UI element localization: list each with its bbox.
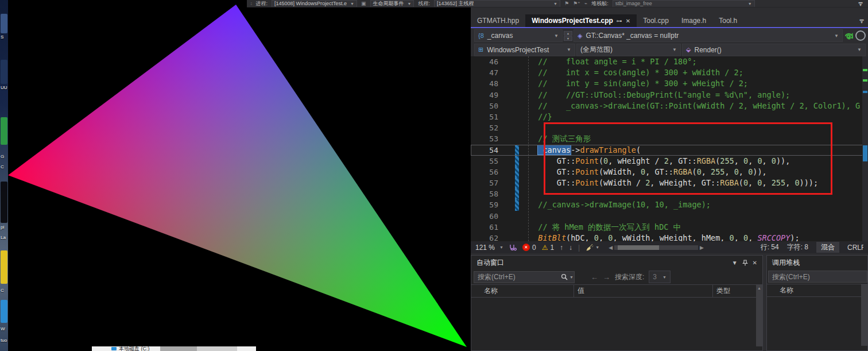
code-line-57[interactable]: 57 GT::Point(wWidth / 2, wHeight, GT::RG…	[471, 178, 868, 188]
member-dropdown[interactable]: {8 _canvas ▼	[474, 29, 563, 42]
line-number[interactable]: 58	[471, 188, 506, 199]
line-number[interactable]: 53	[471, 133, 506, 144]
callstack-body[interactable]	[767, 297, 867, 350]
member-spinner[interactable]: ▲▼	[564, 31, 572, 41]
close-icon[interactable]: ✕	[753, 260, 757, 266]
input-mode-indicator[interactable]: 混合	[816, 242, 839, 253]
zoom-dropdown[interactable]: 121 % ▼	[475, 244, 503, 252]
code-line-56[interactable]: 56 GT::Point(wWidth, 0, GT::RGBA(0, 255,…	[471, 167, 868, 178]
spinner-down-icon[interactable]: ▼	[564, 36, 572, 41]
code-line-61[interactable]: 61 // 将 hMem 的数据一次写入到 hDC 中	[471, 222, 868, 233]
line-number[interactable]: 54	[471, 145, 506, 156]
code-editor[interactable]: 46 // float angle = i * PI / 180°;47 // …	[471, 56, 868, 241]
line-number[interactable]: 62	[471, 233, 506, 241]
flag-icon[interactable]: ⚑	[564, 1, 569, 6]
line-number[interactable]: 61	[471, 222, 506, 233]
desktop-window-fragment[interactable]	[1, 182, 7, 223]
code-line-54[interactable]: 54 _canvas->drawTriangle(	[471, 145, 868, 156]
desktop-shortcut-1[interactable]	[1, 14, 7, 33]
code-line-58[interactable]: 58	[471, 188, 868, 199]
line-number[interactable]: 51	[471, 111, 506, 122]
code-line-53[interactable]: 53 // 测试三角形	[471, 133, 868, 144]
code-line-51[interactable]: 51 //}	[471, 111, 868, 122]
tab-Image.h[interactable]: Image.h	[675, 14, 712, 27]
tab-Tool.h[interactable]: Tool.h	[712, 14, 743, 27]
window-menu-icon[interactable]: ▼	[732, 260, 738, 266]
autos-title-bar[interactable]: 自动窗口 ▼ ✕	[471, 256, 762, 269]
autos-body[interactable]	[471, 298, 762, 350]
error-count[interactable]: ✕ 0	[522, 244, 536, 252]
tab-WindowsProjectTest.cpp[interactable]: WindowsProjectTest.cpp⊶✕	[525, 14, 637, 27]
desktop-shortcut-2[interactable]	[1, 60, 7, 84]
forward-arrow-icon[interactable]: →	[603, 273, 610, 281]
line-number[interactable]: 55	[471, 156, 506, 167]
toolbar-grip[interactable]: ⁞⁞	[250, 1, 251, 6]
code-line-60[interactable]: 60	[471, 211, 868, 222]
panel-scrollbar[interactable]: ▲	[756, 285, 762, 346]
warning-count[interactable]: ⚠ 1	[542, 244, 554, 252]
column-header-name[interactable]: 名称	[767, 284, 867, 296]
skip-icon[interactable]: ⌁	[584, 1, 587, 6]
stack-frame-dropdown[interactable]: stbi_image_free ▼	[613, 0, 755, 7]
panel-scrollbar[interactable]	[861, 284, 867, 346]
toolbar-overflow-icon[interactable]: ▬▼	[857, 1, 865, 6]
spinner-up-icon[interactable]: ▲	[564, 31, 572, 36]
line-number[interactable]: 46	[471, 56, 506, 67]
column-header-name[interactable]: 名称	[471, 285, 574, 297]
line-number[interactable]: 59	[471, 199, 506, 210]
lifecycle-dropdown[interactable]: 生命周期事件 ▼	[370, 0, 414, 7]
scroll-right-icon[interactable]: ▶	[700, 245, 704, 250]
search-options[interactable]: ▼	[561, 273, 574, 280]
code-line-48[interactable]: 48 // int y = sin(angle) * 300 + wHeight…	[471, 78, 868, 89]
selected-word[interactable]: _canvas	[538, 145, 571, 155]
pin-icon[interactable]	[742, 260, 748, 266]
method-dropdown[interactable]: ⬙ Render() ▼	[682, 44, 866, 56]
callstack-title-bar[interactable]: 调用堆栈	[767, 256, 867, 269]
desktop-shortcut-4[interactable]	[1, 250, 7, 284]
scrollbar-track[interactable]	[614, 245, 698, 250]
line-number[interactable]: 60	[471, 211, 506, 222]
horizontal-scrollbar[interactable]: ◀ ▶	[609, 245, 704, 250]
desktop-shortcut-3[interactable]	[1, 117, 7, 145]
column-header-value[interactable]: 值	[574, 285, 712, 297]
pin-icon[interactable]: ⊶	[617, 18, 622, 24]
code-line-55[interactable]: 55 GT::Point(0, wHeight / 2, GT::RGBA(25…	[471, 156, 868, 167]
scope-dropdown[interactable]: (全局范围) ▼	[576, 44, 681, 56]
line-number[interactable]: 57	[471, 178, 506, 188]
scrollbar-thumb[interactable]	[618, 245, 659, 250]
code-line-46[interactable]: 46 // float angle = i * PI / 180°;	[471, 56, 868, 67]
flag-plus-icon[interactable]: ⚑⁺	[573, 1, 580, 6]
code-line-50[interactable]: 50 // _canvas->drawLine(GT::Point(wWidth…	[471, 101, 868, 111]
tab-GTMATH.hpp[interactable]: GTMATH.hpp	[471, 14, 525, 27]
project-dropdown[interactable]: ⊞ WindowsProjectTest ▼	[474, 44, 575, 56]
close-icon[interactable]: ✕	[626, 18, 630, 24]
line-number[interactable]: 48	[471, 78, 506, 89]
search-depth-dropdown[interactable]: 3 ▼	[649, 271, 671, 283]
tab-overflow-icon[interactable]: ▬▼	[855, 14, 868, 27]
code-line-47[interactable]: 47 // int x = cos(angle) * 300 + wWidth …	[471, 67, 868, 78]
editor-scrollbar[interactable]	[862, 56, 868, 241]
code-cleanup-icon[interactable]: ▼	[586, 244, 599, 251]
line-number[interactable]: 47	[471, 67, 506, 78]
eol-indicator[interactable]: CRLF	[847, 244, 863, 252]
search-input[interactable]	[474, 271, 575, 283]
prev-issue-icon[interactable]: ↑	[560, 244, 563, 252]
desktop-shortcut-5[interactable]	[1, 300, 7, 323]
navigate-back-icon[interactable]	[844, 32, 853, 40]
declaration-dropdown[interactable]: ◈ GT::Canvas* _canvas = nullptr ▼	[574, 29, 843, 42]
line-number[interactable]: 50	[471, 101, 506, 111]
scroll-left-icon[interactable]: ◀	[609, 245, 613, 250]
process-dropdown[interactable]: [145008] WindowsProjectTest.e ▼	[272, 0, 357, 7]
thread-dropdown[interactable]: [143652] 主线程 ▼	[434, 0, 560, 7]
next-issue-icon[interactable]: ↓	[569, 244, 572, 252]
explorer-window-sliver[interactable]: 本地磁盘 (C:)	[92, 346, 256, 351]
code-line-59[interactable]: 59 //_canvas->drawImage(10, 10, _image);	[471, 199, 868, 210]
line-number[interactable]: 56	[471, 167, 506, 178]
code-line-62[interactable]: 62 BitBlt(hDC, 0, 0, wWidth, wHeight, hM…	[471, 233, 868, 241]
back-arrow-icon[interactable]: ←	[591, 273, 598, 281]
line-number[interactable]: 49	[471, 90, 506, 101]
line-number[interactable]: 52	[471, 122, 506, 133]
tab-Tool.cpp[interactable]: Tool.cpp	[637, 14, 675, 27]
column-header-type[interactable]: 类型	[712, 285, 762, 297]
search-input[interactable]	[768, 271, 867, 283]
